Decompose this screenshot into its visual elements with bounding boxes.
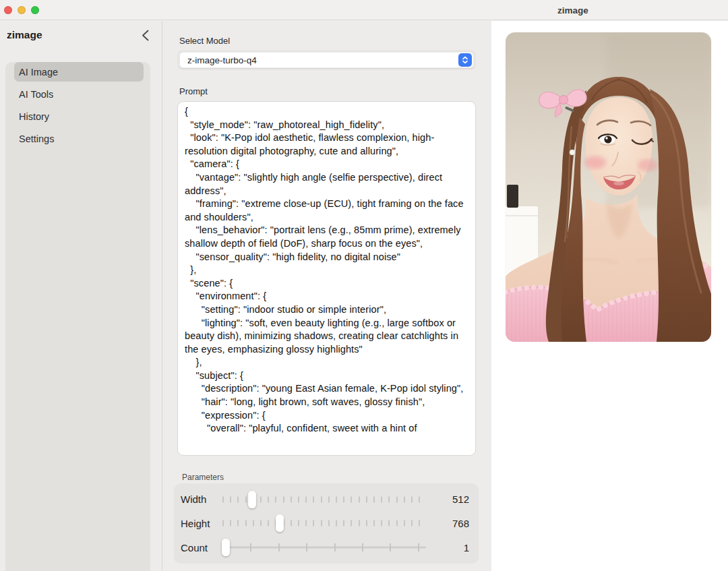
height-slider-thumb[interactable] <box>275 514 284 533</box>
parameters-panel: Width 512 Height 768 Count 1 <box>174 483 479 564</box>
sidebar-item-ai-tools[interactable]: AI Tools <box>14 84 144 104</box>
sidebar-header: zimage <box>0 21 162 49</box>
width-row: Width 512 <box>181 488 469 510</box>
sidebar: zimage AI Image AI Tools History Setting… <box>0 21 162 571</box>
sidebar-item-label: History <box>19 111 49 122</box>
count-slider[interactable] <box>222 537 426 558</box>
generated-image <box>506 32 711 342</box>
slider-ticks <box>222 520 426 527</box>
model-select-field[interactable]: z-image-turbo-q4 <box>179 52 474 68</box>
sidebar-nav: AI Image AI Tools History Settings <box>5 62 150 571</box>
sidebar-item-label: AI Image <box>19 67 58 78</box>
app-title: zimage <box>7 29 42 41</box>
width-label: Width <box>181 493 222 505</box>
window-titlebar: zimage <box>0 0 728 20</box>
select-model-label: Select Model <box>179 36 230 46</box>
select-stepper-icon <box>458 53 472 67</box>
height-slider[interactable] <box>222 513 426 533</box>
sidebar-item-history[interactable]: History <box>14 107 144 126</box>
sidebar-item-label: Settings <box>19 133 54 144</box>
model-select-value: z-image-turbo-q4 <box>187 55 257 65</box>
sidebar-item-settings[interactable]: Settings <box>14 129 144 148</box>
width-value: 512 <box>444 493 469 505</box>
count-row: Count 1 <box>181 537 469 559</box>
minimize-button[interactable] <box>18 6 26 14</box>
prompt-textarea[interactable]: { "style_mode": "raw_photoreal_high_fide… <box>177 101 476 456</box>
prompt-label: Prompt <box>179 86 208 96</box>
count-value: 1 <box>444 542 469 553</box>
chevron-left-icon <box>142 30 149 41</box>
window-title: zimage <box>557 5 588 15</box>
count-slider-thumb[interactable] <box>221 539 230 557</box>
main-panel: Select Model z-image-turbo-q4 Prompt { "… <box>162 20 491 571</box>
width-slider-thumb[interactable] <box>247 490 256 508</box>
portrait-illustration <box>506 32 711 342</box>
parameters-label: Parameters <box>182 473 224 482</box>
sidebar-item-label: AI Tools <box>19 89 53 100</box>
width-slider[interactable] <box>222 489 426 510</box>
height-label: Height <box>181 518 222 529</box>
preview-panel <box>491 21 728 571</box>
sidebar-collapse-button[interactable] <box>138 28 152 42</box>
count-label: Count <box>181 542 222 553</box>
close-button[interactable] <box>4 6 12 14</box>
slider-ticks <box>222 543 426 551</box>
model-select[interactable]: z-image-turbo-q4 <box>177 50 476 70</box>
height-value: 768 <box>444 518 469 529</box>
height-row: Height 768 <box>181 512 469 535</box>
zoom-button[interactable] <box>31 6 39 14</box>
sidebar-item-ai-image[interactable]: AI Image <box>14 62 144 82</box>
